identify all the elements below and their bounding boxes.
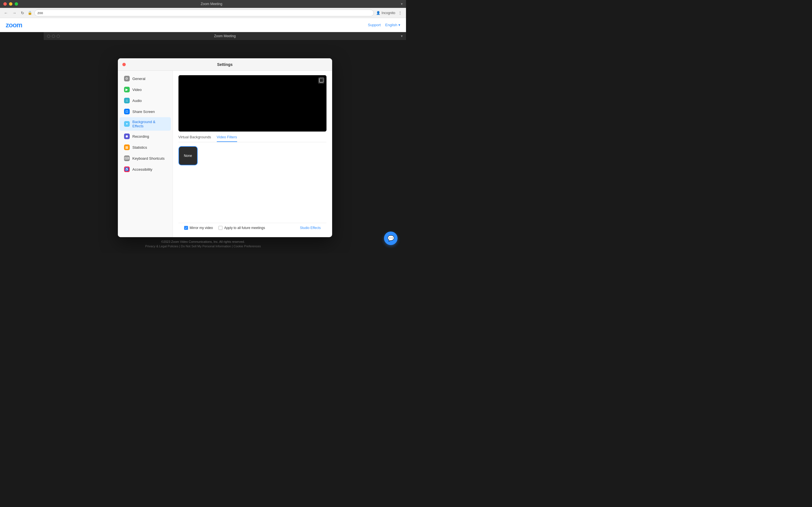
incognito-label: Incognito bbox=[382, 11, 395, 15]
apply-future-checkbox[interactable] bbox=[218, 226, 222, 230]
video-icon: ▶ bbox=[124, 87, 130, 93]
chat-button[interactable]: 💬 bbox=[384, 231, 398, 245]
minimize-traffic-light[interactable] bbox=[9, 2, 12, 6]
background-icon: ✦ bbox=[124, 121, 130, 127]
zoom-min-light[interactable] bbox=[52, 35, 55, 38]
recording-icon: ⏺ bbox=[124, 133, 130, 139]
sidebar-label-share: Share Screen bbox=[133, 110, 155, 114]
forward-button[interactable]: → bbox=[11, 10, 17, 16]
mirror-video-checkbox-item[interactable]: ✓ Mirror my video bbox=[184, 226, 213, 230]
settings-titlebar: Settings bbox=[118, 58, 332, 71]
zoom-header: zoom Support English ▾ bbox=[0, 18, 406, 32]
settings-title: Settings bbox=[217, 62, 233, 67]
settings-bottom-bar: ✓ Mirror my video Apply to all future me… bbox=[179, 223, 326, 233]
maximize-traffic-light[interactable] bbox=[15, 2, 18, 6]
filter-none-label: None bbox=[184, 154, 192, 158]
sidebar-item-general[interactable]: ⚙ General bbox=[119, 73, 171, 84]
browser-titlebar: Zoom Meeting ▾ bbox=[0, 0, 406, 8]
browser-title: Zoom Meeting bbox=[20, 2, 403, 6]
browser-chevron-icon[interactable]: ▾ bbox=[401, 2, 403, 6]
sidebar-item-statistics[interactable]: ▦ Statistics bbox=[119, 142, 171, 153]
accessibility-icon: ♿ bbox=[124, 166, 130, 172]
zoom-meeting-titlebar: Zoom Meeting ▾ bbox=[44, 32, 406, 40]
apply-future-label: Apply to all future meetings bbox=[224, 226, 265, 230]
browser-actions: 👤 Incognito ⋮ bbox=[376, 10, 403, 16]
sidebar-item-accessibility[interactable]: ♿ Accessibility bbox=[119, 164, 171, 175]
studio-effects-link[interactable]: Studio Effects bbox=[300, 226, 321, 230]
expand-icon bbox=[319, 78, 323, 82]
mirror-video-label: Mirror my video bbox=[190, 226, 213, 230]
video-expand-button[interactable] bbox=[318, 77, 324, 83]
support-link[interactable]: Support bbox=[368, 23, 381, 27]
back-button[interactable]: ← bbox=[3, 10, 9, 16]
tabs-row: Virtual Backgrounds Video Filters bbox=[179, 135, 326, 142]
chat-icon: 💬 bbox=[388, 235, 395, 242]
lock-icon: 🔒 bbox=[28, 11, 32, 15]
main-background: Zoom Meeting ▾ Settings bbox=[0, 32, 406, 253]
page-content: zoom Support English ▾ Zoom Meeting ▾ bbox=[0, 18, 406, 253]
sidebar-item-background[interactable]: ✦ Background & Effects bbox=[119, 117, 171, 131]
close-traffic-light[interactable] bbox=[3, 2, 7, 6]
reload-button[interactable]: ↻ bbox=[20, 10, 26, 16]
statistics-icon: ▦ bbox=[124, 145, 130, 150]
sidebar-label-recording: Recording bbox=[133, 134, 149, 138]
mirror-video-checkbox[interactable]: ✓ bbox=[184, 226, 188, 230]
sidebar-label-accessibility: Accessibility bbox=[133, 167, 153, 172]
settings-main-panel: Virtual Backgrounds Video Filters None bbox=[173, 71, 332, 237]
settings-close-button[interactable] bbox=[122, 63, 126, 66]
sidebar-item-video[interactable]: ▶ Video bbox=[119, 84, 171, 95]
sidebar-item-recording[interactable]: ⏺ Recording bbox=[119, 131, 171, 142]
language-selector[interactable]: English ▾ bbox=[385, 23, 400, 27]
browser-toolbar: ← → ↻ 🔒 👤 Incognito ⋮ bbox=[0, 8, 406, 18]
filter-options-grid: None bbox=[179, 146, 326, 223]
settings-sidebar: ⚙ General ▶ Video ♫ Audio bbox=[118, 71, 173, 237]
tab-video-filters[interactable]: Video Filters bbox=[217, 135, 237, 142]
sidebar-item-keyboard[interactable]: ⌨ Keyboard Shortcuts bbox=[119, 153, 171, 164]
address-bar[interactable] bbox=[35, 10, 374, 16]
general-icon: ⚙ bbox=[124, 76, 130, 81]
sidebar-item-share-screen[interactable]: ⊡ Share Screen bbox=[119, 106, 171, 117]
zoom-header-right: Support English ▾ bbox=[368, 23, 400, 27]
checkmark-icon: ✓ bbox=[185, 226, 187, 230]
person-icon: 👤 bbox=[376, 11, 380, 15]
sidebar-label-background: Background & Effects bbox=[133, 120, 166, 128]
filter-none[interactable]: None bbox=[179, 146, 198, 165]
browser-window: Zoom Meeting ▾ ← → ↻ 🔒 👤 Incognito ⋮ zoo… bbox=[0, 0, 406, 253]
sidebar-label-general: General bbox=[133, 76, 146, 81]
sidebar-label-audio: Audio bbox=[133, 99, 142, 103]
language-chevron-icon: ▾ bbox=[398, 23, 400, 27]
incognito-badge: 👤 Incognito bbox=[376, 11, 395, 15]
share-screen-icon: ⊡ bbox=[124, 109, 130, 114]
keyboard-icon: ⌨ bbox=[124, 156, 130, 161]
settings-modal: Settings ⚙ General ▶ Video bbox=[44, 42, 406, 253]
zoom-logo: zoom bbox=[6, 21, 22, 29]
settings-body: ⚙ General ▶ Video ♫ Audio bbox=[118, 71, 332, 237]
zoom-close-light[interactable] bbox=[47, 35, 50, 38]
sidebar-label-statistics: Statistics bbox=[133, 145, 147, 150]
zoom-meeting-title-text: Zoom Meeting bbox=[214, 34, 236, 38]
video-preview bbox=[179, 75, 326, 131]
tab-virtual-backgrounds[interactable]: Virtual Backgrounds bbox=[179, 135, 211, 142]
sidebar-label-keyboard: Keyboard Shortcuts bbox=[133, 156, 165, 161]
sidebar-label-video: Video bbox=[133, 88, 142, 92]
zoom-max-light[interactable] bbox=[57, 35, 60, 38]
audio-icon: ♫ bbox=[124, 98, 130, 103]
apply-future-checkbox-item[interactable]: Apply to all future meetings bbox=[218, 226, 265, 230]
language-label: English bbox=[385, 23, 397, 27]
settings-dialog: Settings ⚙ General ▶ Video bbox=[118, 58, 332, 237]
zoom-chevron-icon: ▾ bbox=[401, 34, 403, 38]
menu-button[interactable]: ⋮ bbox=[397, 10, 403, 16]
sidebar-item-audio[interactable]: ♫ Audio bbox=[119, 95, 171, 106]
